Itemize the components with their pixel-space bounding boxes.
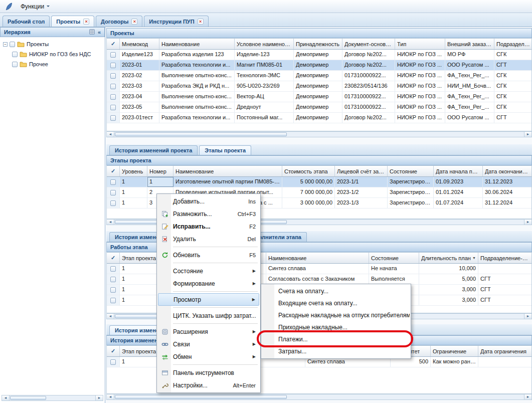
column-header[interactable]: Состояние — [369, 253, 419, 263]
column-header[interactable]: Тип — [395, 39, 445, 49]
table-row[interactable]: 11Изготовление опытной партии ПМ085-015 … — [107, 177, 531, 187]
tab-close-icon[interactable]: × — [131, 19, 137, 25]
scroll-left-icon[interactable]: ◄ — [107, 220, 114, 225]
tree-item[interactable]: Прочее — [1, 59, 104, 69]
checkbox[interactable] — [110, 179, 116, 185]
scrollbar-track[interactable] — [114, 394, 524, 399]
checkbox[interactable] — [110, 52, 116, 58]
context-menu-item[interactable]: Панель инструментов — [158, 366, 259, 379]
table-row[interactable]: 2023-03Разработка ЭКД и РКД н...905-U020… — [107, 81, 531, 92]
check-column-header[interactable]: ✓ — [107, 346, 120, 356]
section-tab[interactable]: Этапы проекта — [199, 145, 251, 155]
scrollbar-thumb[interactable] — [115, 132, 287, 136]
row-checkbox-cell[interactable] — [107, 274, 120, 284]
column-header[interactable]: Документ-основание — [342, 39, 395, 49]
scrollbar-track[interactable] — [10, 395, 95, 400]
checkbox[interactable] — [12, 52, 18, 57]
context-menu-item[interactable]: Исправить...F2 — [158, 220, 259, 233]
window-tab[interactable]: Инструкции ПУП× — [144, 16, 208, 27]
row-checkbox-cell[interactable] — [107, 81, 120, 91]
checkbox[interactable] — [110, 298, 116, 303]
submenu-item[interactable]: Входящие счета на оплату... — [262, 297, 410, 309]
checkbox[interactable] — [110, 94, 116, 100]
window-tab[interactable]: Договоры× — [96, 16, 142, 27]
column-header[interactable]: Дата ограничения — [478, 346, 532, 356]
table-row[interactable]: 2023-05Выполнение опытно-конс...Дредноут… — [107, 102, 531, 113]
check-column-header[interactable]: ✓ — [107, 166, 120, 176]
scroll-right-icon[interactable]: ► — [524, 314, 531, 319]
column-header[interactable]: Наименование — [173, 166, 282, 176]
check-column-header[interactable]: ✓ — [107, 253, 120, 263]
column-header[interactable]: Состояние — [388, 166, 434, 176]
context-menu-item[interactable]: Расширения▶ — [158, 325, 259, 338]
section-tab[interactable]: История изменений проекта — [109, 145, 198, 155]
tree-item[interactable]: −Проекты — [1, 39, 104, 49]
context-menu-item[interactable]: ЦИТК. Указать шифр затрат... — [158, 309, 259, 322]
row-checkbox-cell[interactable] — [107, 357, 120, 367]
column-header[interactable]: Номер — [147, 166, 173, 176]
submenu-item[interactable]: Платежи... — [262, 333, 410, 345]
column-header[interactable]: Этап проекта — [120, 253, 160, 263]
scroll-left-icon[interactable]: ◄ — [107, 314, 114, 319]
row-checkbox-cell[interactable] — [107, 113, 120, 123]
row-checkbox-cell[interactable] — [107, 198, 120, 208]
expander-icon[interactable]: − — [3, 42, 8, 47]
checkbox[interactable] — [110, 105, 116, 110]
window-tab[interactable]: Проекты× — [51, 16, 94, 27]
table-row[interactable]: 2023-02Выполнение опытно-конс...Технолог… — [107, 71, 531, 81]
row-checkbox-cell[interactable] — [107, 285, 120, 295]
context-menu-item[interactable]: Состояние▶ — [158, 265, 259, 277]
scrollbar-track[interactable] — [114, 132, 524, 137]
submenu-item[interactable]: Расходные накладные на отпуск потребител… — [262, 309, 410, 321]
row-checkbox-cell[interactable] — [107, 295, 120, 305]
row-checkbox-cell[interactable] — [107, 187, 120, 197]
column-header[interactable]: Лицевой счёт затрат — [335, 166, 388, 176]
column-header[interactable]: Дата начала план — [434, 166, 483, 176]
submenu-item[interactable]: Приходные накладные... — [262, 321, 410, 333]
context-menu-item[interactable]: Добавить...Ins — [158, 195, 259, 208]
checkbox[interactable] — [110, 266, 116, 272]
column-header[interactable]: Условное наименование — [235, 39, 294, 49]
row-checkbox-cell[interactable] — [107, 50, 120, 60]
scroll-left-icon[interactable]: ◄ — [2, 395, 10, 400]
context-menu-item[interactable]: Связи▶ — [158, 338, 259, 350]
column-header[interactable]: Уровень — [120, 166, 147, 176]
row-checkbox-cell[interactable] — [107, 264, 120, 274]
column-header[interactable]: Ограничение — [431, 346, 478, 356]
column-header[interactable]: Подразделение-исполнитель — [478, 253, 532, 263]
scroll-right-icon[interactable]: ► — [95, 395, 103, 400]
row-checkbox-cell[interactable] — [107, 102, 120, 112]
tree-item[interactable]: НИОКР по ГОЗ без НДС — [1, 49, 104, 59]
column-header[interactable]: Наименование — [266, 253, 369, 263]
table-row[interactable]: 2023-01тестРазработка технологии и...Пос… — [107, 113, 531, 123]
scroll-left-icon[interactable]: ◄ — [107, 132, 114, 137]
tab-close-icon[interactable]: × — [198, 19, 204, 25]
context-menu-item[interactable]: Просмотр▶ — [158, 293, 259, 306]
column-header[interactable]: Стоимость этапа — [282, 166, 335, 176]
submenu-item[interactable]: Затраты... — [262, 345, 410, 357]
scroll-right-icon[interactable]: ► — [524, 132, 531, 137]
sidebar-hscrollbar[interactable]: ◄► — [2, 395, 103, 401]
collapse-icon[interactable]: « — [98, 29, 101, 35]
table-row[interactable]: 2023-01Разработка технологии и...Магнит … — [107, 60, 531, 71]
checkbox[interactable] — [110, 277, 116, 282]
context-menu-item[interactable]: УдалитьDel — [158, 233, 259, 245]
checkbox[interactable] — [110, 200, 116, 206]
scroll-left-icon[interactable]: ◄ — [107, 394, 114, 399]
checkbox[interactable] — [10, 42, 15, 47]
scroll-right-icon[interactable]: ► — [524, 220, 531, 225]
checkbox[interactable] — [110, 63, 116, 68]
tab-close-icon[interactable]: × — [83, 19, 89, 25]
column-header[interactable]: Мнемокод — [120, 39, 159, 49]
checkbox[interactable] — [110, 287, 116, 293]
column-header[interactable]: Длительность план▼ — [419, 253, 478, 263]
scroll-right-icon[interactable]: ► — [524, 394, 531, 399]
row-checkbox-cell[interactable] — [107, 177, 120, 187]
context-menu-item[interactable]: ОбновитьF5 — [158, 249, 259, 261]
menubar-item[interactable]: Функции — [16, 1, 62, 12]
checkbox[interactable] — [110, 115, 116, 121]
row-checkbox-cell[interactable] — [107, 71, 120, 81]
content-hscrollbar[interactable]: ◄► — [106, 394, 532, 400]
column-header[interactable]: Дата окончания план — [483, 166, 532, 176]
app-logo-icon[interactable] — [4, 2, 14, 11]
